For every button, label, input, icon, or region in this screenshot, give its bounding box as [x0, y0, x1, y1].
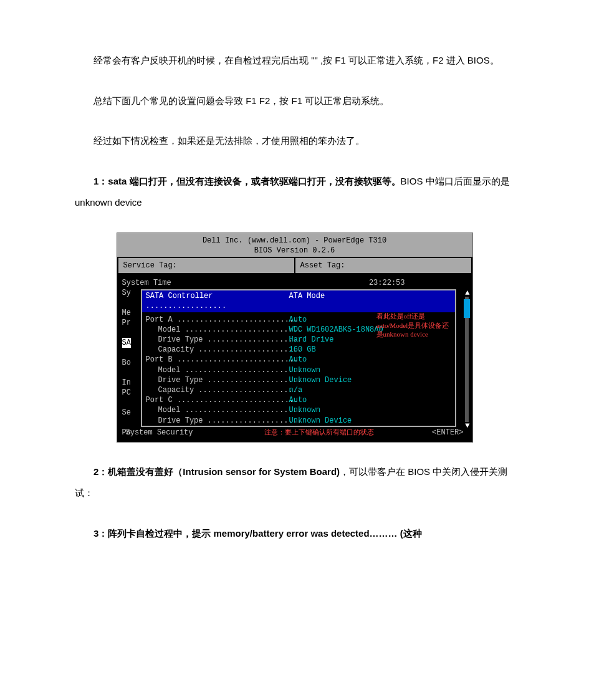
bios-annotation: 看此处是off还是auto/Model是具体设备还是unknown device [376, 312, 451, 338]
document-page: 经常会有客户反映开机的时候，在自检过程完后出现 "" ,按 F1 可以正常进入系… [0, 0, 589, 588]
item-2-bold: 2：机箱盖没有盖好（Intrusion sensor for System Bo… [93, 466, 340, 477]
bios-title-line1: Dell Inc. (www.dell.com) - PowerEdge T31… [117, 236, 472, 246]
table-row: Model ..........................Unknown [142, 365, 455, 375]
row-key: Drive Type ..................... [146, 416, 289, 426]
table-row: Drive Type .....................Unknown … [142, 375, 455, 385]
sata-controller-label: SATA Controller .................. [146, 291, 289, 311]
row-val: Unknown Device [289, 416, 352, 426]
left-item: Bo [122, 358, 131, 368]
left-item [122, 368, 131, 378]
bios-screenshot: Dell Inc. (www.dell.com) - PowerEdge T31… [75, 233, 514, 443]
left-item [122, 298, 131, 308]
row-key: Model .......................... [146, 405, 289, 415]
system-time-row: System Time 23:22:53 [122, 278, 467, 288]
row-val: 160 GB [289, 345, 316, 355]
system-time-label: System Time [122, 278, 203, 288]
bios-window: Dell Inc. (www.dell.com) - PowerEdge T31… [117, 233, 473, 443]
left-item [122, 328, 131, 338]
table-row: Capacity .......................n/a [142, 385, 455, 395]
service-tag-label: Service Tag: [118, 258, 295, 273]
row-key: Drive Type ..................... [146, 335, 289, 345]
system-time-value: 23:22:53 [369, 278, 405, 288]
bios-left-menu: Sy Me Pr SA Bo In PC Se Po [122, 288, 131, 438]
sata-controller-value: ATA Mode [289, 291, 325, 311]
left-item [122, 398, 131, 408]
table-row: Port B ...........................Auto [142, 355, 455, 365]
paragraph-2: 总结下面几个常见的设置问题会导致 F1 F2，按 F1 可以正常启动系统。 [75, 90, 514, 112]
row-val: n/a [289, 385, 303, 395]
table-row: Drive Type .....................Unknown … [142, 416, 455, 426]
bios-inner-panel: SATA Controller .................. ATA M… [141, 289, 456, 426]
row-val: Auto [289, 355, 307, 365]
bios-bottom-warning: 注意：要上下键确认所有端口的状态 [207, 428, 433, 438]
row-key: Model .......................... [146, 365, 289, 375]
row-key: Port A ........................... [146, 315, 289, 325]
table-row: Model ..........................Unknown [142, 405, 455, 415]
left-item: In [122, 378, 131, 388]
row-val: Auto [289, 395, 307, 405]
item-1: 1：sata 端口打开，但没有连接设备，或者软驱端口打开，没有接软驱等。BIOS… [75, 171, 514, 214]
row-key: Model .......................... [146, 325, 289, 335]
item-2: 2：机箱盖没有盖好（Intrusion sensor for System Bo… [75, 461, 514, 504]
row-key: Drive Type ..................... [146, 375, 289, 385]
left-item: Se [122, 408, 131, 418]
left-item: Pr [122, 318, 131, 328]
asset-tag-label: Asset Tag: [295, 258, 471, 273]
sata-controller-row: SATA Controller .................. ATA M… [142, 290, 455, 312]
item-1-bold: 1：sata 端口打开，但没有连接设备，或者软驱端口打开，没有接软驱等。 [93, 176, 401, 186]
paragraph-3: 经过如下情况检查，如果还是无法排除，才使用照相的笨办法了。 [75, 130, 514, 152]
bios-body: System Time 23:22:53 Sy Me Pr SA Bo In P… [117, 274, 472, 442]
left-item [122, 418, 131, 428]
row-key: Capacity ....................... [146, 345, 289, 355]
left-item: Sy [122, 288, 131, 298]
table-row: Capacity .......................160 GB [142, 345, 455, 355]
left-item [122, 348, 131, 358]
left-item: SA [122, 338, 131, 348]
row-key: Port C ........................... [146, 395, 289, 405]
bios-tag-row: Service Tag: Asset Tag: [117, 257, 472, 274]
left-item: Po [122, 428, 131, 438]
bios-bottom-row: System Security 注意：要上下键确认所有端口的状态 <ENTER> [122, 427, 467, 438]
table-row: Port C ...........................Auto [142, 395, 455, 405]
row-key: Capacity ....................... [146, 385, 289, 395]
bios-header: Dell Inc. (www.dell.com) - PowerEdge T31… [117, 233, 472, 257]
row-val: Hard Drive [289, 335, 334, 345]
bios-title-line2: BIOS Version 0.2.6 [117, 246, 472, 256]
enter-label: <ENTER> [432, 428, 463, 438]
paragraph-1: 经常会有客户反映开机的时候，在自检过程完后出现 "" ,按 F1 可以正常进入系… [75, 50, 514, 72]
row-key: Port B ........................... [146, 355, 289, 365]
row-val: Unknown [289, 365, 320, 375]
left-item: PC [122, 388, 131, 398]
left-item: Me [122, 308, 131, 318]
row-val: Unknown [289, 405, 320, 415]
row-val: Auto [289, 315, 307, 325]
row-val: WDC WD1602ABKS-18N8A0 [289, 325, 383, 335]
row-val: Unknown Device [289, 375, 352, 385]
scrollbar-thumb [464, 299, 470, 318]
system-security-label: System Security [126, 428, 207, 438]
scroll-down-icon: ▼ [465, 421, 469, 431]
item-3: 3：阵列卡自检过程中，提示 memory/battery error was d… [75, 523, 514, 545]
